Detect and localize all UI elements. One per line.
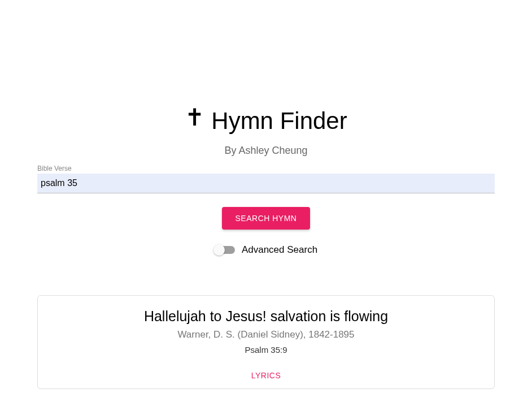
result-title: Hallelujah to Jesus! salvation is flowin… [49,308,483,325]
controls: SEARCH HYMN Advanced Search [37,207,495,256]
byline: By Ashley Cheung [37,145,495,157]
title-wrap: ✝ Hymn Finder [185,107,347,135]
result-card: Hallelujah to Jesus! salvation is flowin… [37,295,495,389]
lyrics-button[interactable]: LYRICS [251,371,281,380]
advanced-toggle[interactable] [215,246,235,254]
cross-icon: ✝ [185,106,204,129]
header: ✝ Hymn Finder By Ashley Cheung [37,0,495,157]
page-title: Hymn Finder [211,107,347,135]
search-input[interactable] [37,174,495,193]
toggle-knob [213,244,225,256]
search-button[interactable]: SEARCH HYMN [222,207,311,230]
results: Hallelujah to Jesus! salvation is flowin… [37,295,495,389]
search-area: Bible Verse [37,165,495,193]
advanced-row: Advanced Search [37,244,495,256]
search-label: Bible Verse [37,165,495,172]
advanced-label: Advanced Search [242,244,317,256]
result-author: Warner, D. S. (Daniel Sidney), 1842-1895 [49,329,483,340]
result-reference: Psalm 35:9 [49,345,483,355]
